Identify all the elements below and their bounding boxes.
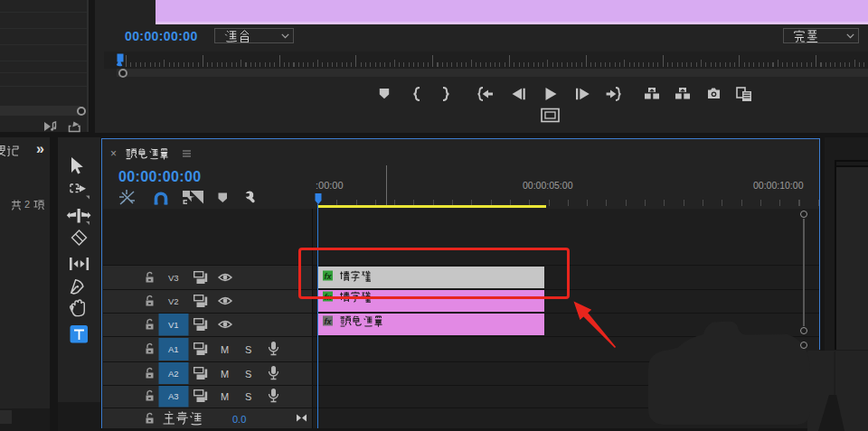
svg-text:S: S (245, 344, 251, 355)
svg-text:fx: fx (325, 317, 333, 326)
svg-text:V1: V1 (168, 320, 179, 330)
svg-text:M: M (221, 344, 229, 355)
svg-text:S: S (245, 391, 251, 402)
svg-text:S: S (245, 369, 251, 379)
svg-text:V2: V2 (168, 296, 179, 306)
svg-text:A2: A2 (168, 369, 179, 379)
svg-text:A1: A1 (168, 344, 179, 354)
svg-text:A3: A3 (168, 391, 179, 401)
svg-text:M: M (221, 391, 229, 402)
svg-text:V3: V3 (168, 273, 179, 283)
svg-text:0.0: 0.0 (232, 414, 246, 425)
svg-text:M: M (221, 369, 229, 379)
